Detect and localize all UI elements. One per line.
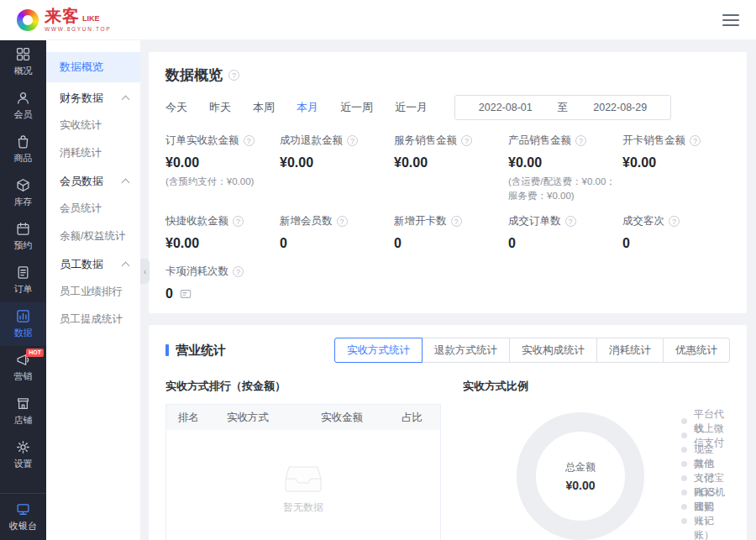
chart-legend: 平台代收 线上微信支付 现金 其他 微信（记账） 支付宝（记账） POS机（记账… <box>681 412 730 528</box>
stat-new-members: 新增会员数 0 <box>280 214 387 251</box>
sidebar-item-cashier[interactable]: 收银台 <box>0 493 46 540</box>
app-header: 来客 LIKE WWW.8GYUN.TOP <box>0 0 756 40</box>
submenu-item-staff-ranking[interactable]: 员工业绩排行 <box>46 278 140 306</box>
empty-inbox-icon <box>284 464 323 494</box>
empty-text: 暂无数据 <box>283 501 323 515</box>
date-tab-this-week[interactable]: 本周 <box>253 100 275 115</box>
col-amount: 实收金额 <box>321 411 402 425</box>
help-icon[interactable] <box>669 216 680 227</box>
bag-icon <box>16 134 30 149</box>
legend-dot <box>681 418 687 424</box>
date-tab-last-week[interactable]: 近一周 <box>340 100 373 115</box>
stat-order-income: 订单实收款金额 ¥0.00 (含预约支付：¥0.00) <box>165 134 273 202</box>
legend-dot <box>681 504 687 510</box>
donut-center-value: ¥0.00 <box>565 479 595 492</box>
date-from-value[interactable]: 2022-08-01 <box>479 102 533 113</box>
ranking-table: 排名 实收方式 实收金额 占比 暂无数据 <box>165 404 441 540</box>
brand-domain: WWW.8GYUN.TOP <box>45 27 111 33</box>
sidebar-item-booking[interactable]: 预约 <box>0 215 46 259</box>
legend-dot <box>681 447 687 453</box>
stat-new-cards: 新增开卡数 0 <box>394 214 501 251</box>
legend-item[interactable]: 线上微信支付 <box>681 428 730 443</box>
stat-deal-customers: 成交客次 0 <box>622 214 730 251</box>
legend-dot <box>681 461 687 467</box>
sidebar-item-settings[interactable]: 设置 <box>0 433 46 477</box>
brand-burst-icon <box>17 9 39 31</box>
col-method: 实收方式 <box>227 411 321 425</box>
submenu-item-consume-stats[interactable]: 消耗统计 <box>46 139 140 167</box>
date-tab-last-month[interactable]: 近一月 <box>395 100 428 115</box>
gear-icon <box>16 440 30 454</box>
help-icon[interactable] <box>228 70 239 81</box>
legend-dot <box>681 518 687 524</box>
main-content: 数据概览 今天 昨天 本周 本月 近一周 近一月 2022-08-01 至 20… <box>140 40 756 540</box>
help-icon[interactable] <box>451 216 462 227</box>
help-icon[interactable] <box>347 135 358 146</box>
income-ranking-panel: 实收方式排行（按金额） 排名 实收方式 实收金额 占比 暂无数据 <box>165 379 441 540</box>
tab-income-method[interactable]: 实收方式统计 <box>334 338 423 363</box>
legend-item[interactable]: 团购（记账） <box>681 514 730 528</box>
hot-badge: HOT <box>26 349 44 357</box>
tab-refund-method[interactable]: 退款方式统计 <box>422 338 510 363</box>
help-icon[interactable] <box>565 216 576 227</box>
date-to-value[interactable]: 2022-08-29 <box>593 102 647 113</box>
sidebar-item-stock[interactable]: 库存 <box>0 171 46 215</box>
storefront-icon <box>16 396 30 411</box>
stat-refund: 成功退款金额 ¥0.00 <box>280 134 387 202</box>
help-icon[interactable] <box>690 135 701 146</box>
donut-chart: 总金额 ¥0.00 <box>517 412 644 540</box>
secondary-sidebar: 数据概览 财务数据 实收统计 消耗统计 会员数据 会员统计 余额/权益统计 员工… <box>46 40 140 540</box>
sidebar-item-goods[interactable]: 商品 <box>0 128 46 171</box>
chevron-up-icon <box>122 95 130 103</box>
sidebar-collapse-handle[interactable]: ‹ <box>140 259 150 284</box>
business-tabs: 实收方式统计 退款方式统计 实收构成统计 消耗统计 优惠统计 <box>334 338 730 363</box>
sidebar-item-overview[interactable]: 概况 <box>0 40 46 84</box>
detail-icon[interactable] <box>180 288 192 300</box>
stat-card-sales: 开卡销售金额 ¥0.00 <box>622 134 730 202</box>
col-ratio: 占比 <box>402 411 428 425</box>
sidebar-item-data[interactable]: 数据 <box>0 302 46 346</box>
submenu-item-balance-stats[interactable]: 余额/权益统计 <box>46 223 140 250</box>
tab-income-composition[interactable]: 实收构成统计 <box>509 338 597 363</box>
submenu-group-staff[interactable]: 员工数据 <box>46 250 140 278</box>
date-range-picker[interactable]: 2022-08-01 至 2022-08-29 <box>454 95 671 120</box>
date-tab-yesterday[interactable]: 昨天 <box>209 100 231 115</box>
document-icon <box>16 265 30 280</box>
overview-card: 数据概览 今天 昨天 本周 本月 近一周 近一月 2022-08-01 至 20… <box>149 52 747 313</box>
cube-icon <box>16 178 30 192</box>
stat-deal-orders: 成交订单数 0 <box>508 214 616 251</box>
sidebar-item-members[interactable]: 会员 <box>0 84 46 128</box>
submenu-group-finance[interactable]: 财务数据 <box>46 84 140 112</box>
sidebar-item-orders[interactable]: 订单 <box>0 259 46 302</box>
date-tab-this-month[interactable]: 本月 <box>297 100 318 115</box>
submenu-item-data-overview[interactable]: 数据概览 <box>46 52 140 82</box>
ranking-title: 实收方式排行（按金额） <box>165 379 441 394</box>
submenu-item-staff-commission[interactable]: 员工提成统计 <box>46 306 140 333</box>
hamburger-menu-icon[interactable] <box>722 14 739 26</box>
tab-discount-stats[interactable]: 优惠统计 <box>663 338 730 363</box>
proportion-title: 实收方式比例 <box>463 379 730 394</box>
submenu-item-income-stats[interactable]: 实收统计 <box>46 112 140 139</box>
chevron-up-icon <box>122 178 130 186</box>
sidebar-item-shop[interactable]: 店铺 <box>0 390 46 433</box>
stat-product-sales: 产品销售金额 ¥0.00 (含运费/配送费：¥0.00；服务费：¥0.00) <box>508 134 616 202</box>
brand-logo[interactable]: 来客 LIKE WWW.8GYUN.TOP <box>17 8 111 33</box>
section-title: 营业统计 <box>176 343 226 359</box>
donut-center-label: 总金额 <box>565 460 596 474</box>
sidebar-item-marketing[interactable]: HOT 营销 <box>0 346 46 390</box>
help-icon[interactable] <box>461 135 472 146</box>
help-icon[interactable] <box>244 135 255 146</box>
col-rank: 排名 <box>178 411 227 425</box>
submenu-item-member-stats[interactable]: 会员统计 <box>46 195 140 223</box>
help-icon[interactable] <box>233 216 244 227</box>
help-icon[interactable] <box>233 266 244 277</box>
submenu-group-member[interactable]: 会员数据 <box>46 167 140 195</box>
help-icon[interactable] <box>575 135 586 146</box>
date-filter-row: 今天 昨天 本周 本月 近一周 近一月 2022-08-01 至 2022-08… <box>165 95 730 120</box>
chevron-up-icon <box>122 261 130 270</box>
tab-consume-stats[interactable]: 消耗统计 <box>596 338 664 363</box>
income-proportion-panel: 实收方式比例 总金额 ¥0.00 平台代收 线上微信支付 现金 其他 微信（记账… <box>463 379 730 540</box>
help-icon[interactable] <box>337 216 348 227</box>
stat-quick-payment: 快捷收款金额 ¥0.00 <box>165 214 273 251</box>
date-tab-today[interactable]: 今天 <box>165 100 187 115</box>
